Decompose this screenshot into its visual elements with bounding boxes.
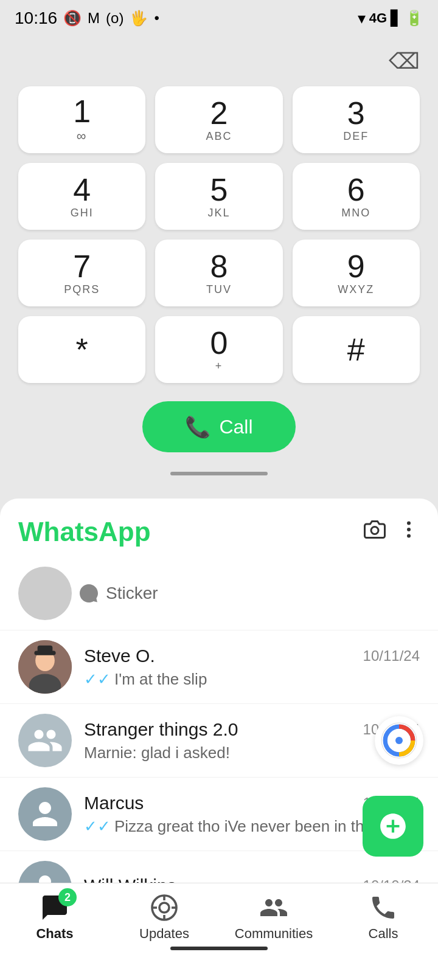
- dial-key-4[interactable]: 4 GHI: [18, 163, 145, 230]
- nav-item-calls[interactable]: Calls: [328, 893, 438, 942]
- person-avatar-icon-marcus: [27, 796, 63, 832]
- circle-color-icon: [381, 722, 417, 759]
- battery-icon: 🔋: [405, 10, 423, 27]
- group-avatar-icon: [27, 722, 63, 759]
- svg-rect-8: [38, 646, 53, 653]
- chats-nav-label: Chats: [36, 926, 73, 942]
- chat-name-stranger: Stranger things 2.0: [84, 719, 238, 740]
- chat-preview-steve: ✓✓ I'm at the slip: [84, 670, 420, 689]
- sticker-preview: Sticker: [78, 582, 158, 604]
- camera-button[interactable]: [364, 519, 386, 545]
- dial-key-star[interactable]: *: [18, 316, 145, 383]
- sticker-chat-item[interactable]: Sticker: [0, 557, 438, 630]
- chat-preview-text-marcus: Pizza great tho iVe never been in the: [114, 817, 373, 836]
- sticker-label: Sticker: [106, 584, 158, 603]
- svg-point-1: [407, 522, 411, 525]
- status-icons: ▾ 4G ▋ 🔋: [358, 9, 423, 28]
- status-time: 10:16 📵 M (o) 🖐 •: [15, 9, 159, 28]
- call-button[interactable]: 📞 Call: [142, 401, 295, 452]
- home-bar: [170, 947, 268, 950]
- hand-icon: 🖐: [130, 10, 148, 27]
- dial-key-5[interactable]: 5 JKL: [155, 163, 282, 230]
- communities-icon-wrap: [259, 893, 288, 922]
- nav-items: 2 Chats Updates: [0, 883, 438, 942]
- chat-preview-text-stranger: Marnie: glad i asked!: [84, 744, 230, 762]
- dial-key-1[interactable]: 1 ∞: [18, 86, 145, 153]
- nav-item-updates[interactable]: Updates: [109, 893, 219, 942]
- chat-list: Sticker Steve O. 10/11/24: [0, 557, 438, 924]
- whatsapp-section: WhatsApp Sticker: [0, 499, 438, 980]
- bottom-nav: 2 Chats Updates: [0, 883, 438, 980]
- calls-icon-wrap: [369, 893, 398, 922]
- wifi-icon: ▾: [358, 9, 366, 28]
- chat-name-row-stranger: Stranger things 2.0 10/10/24: [84, 719, 420, 740]
- new-chat-floating-button[interactable]: [363, 796, 423, 857]
- whatsapp-title: WhatsApp: [18, 517, 151, 547]
- dial-key-7[interactable]: 7 PQRS: [18, 240, 145, 306]
- chrome-app-icon: [375, 716, 423, 765]
- gmail-icon: M: [88, 10, 100, 27]
- chat-name-row-steve: Steve O. 10/11/24: [84, 646, 420, 666]
- double-check-icon-steve: ✓✓: [84, 670, 111, 689]
- sticker-avatar: [18, 567, 72, 620]
- menu-button[interactable]: [398, 519, 420, 545]
- home-indicator-dialpad: [0, 464, 438, 485]
- avatar-stranger: [18, 714, 72, 767]
- header-actions: [364, 519, 420, 545]
- calls-nav-label: Calls: [369, 926, 398, 942]
- dialpad-container: ⌫ 1 ∞ 2 ABC 3 DEF 4 GHI 5 JKL 6 MNO: [0, 36, 438, 464]
- home-indicator-bottom: [0, 942, 438, 950]
- chat-preview-text-steve: I'm at the slip: [114, 670, 207, 689]
- signal-bars-icon: ▋: [391, 10, 401, 27]
- nav-item-chats[interactable]: 2 Chats: [0, 893, 109, 942]
- communities-nav-label: Communities: [235, 926, 313, 942]
- dial-key-8[interactable]: 8 TUV: [155, 240, 282, 306]
- backspace-button[interactable]: ⌫: [389, 49, 420, 74]
- chat-item-stranger[interactable]: Stranger things 2.0 10/10/24 Marnie: gla…: [0, 704, 438, 778]
- more-vert-icon: [398, 519, 420, 540]
- chat-item-marcus[interactable]: Marcus 10/10/24 ✓✓ Pizza great tho iVe n…: [0, 778, 438, 851]
- chats-badge: 2: [58, 888, 77, 906]
- svg-point-3: [407, 534, 411, 538]
- steve-avatar-img: [18, 640, 72, 694]
- updates-nav-icon: [150, 893, 179, 922]
- call-label: Call: [219, 416, 252, 438]
- call-phone-icon: 📞: [185, 415, 210, 439]
- chat-name-marcus: Marcus: [84, 793, 144, 813]
- chats-icon-wrap: 2: [40, 893, 69, 922]
- svg-point-2: [407, 528, 411, 531]
- svg-point-14: [159, 903, 169, 913]
- dot-icon: •: [154, 10, 159, 27]
- updates-icon-wrap: [150, 893, 179, 922]
- chat-item-steve[interactable]: Steve O. 10/11/24 ✓✓ I'm at the slip: [0, 630, 438, 704]
- time-label: 10:16: [15, 9, 57, 28]
- dial-key-6[interactable]: 6 MNO: [293, 163, 420, 230]
- dial-key-hash[interactable]: #: [293, 316, 420, 383]
- new-chat-icon: [378, 811, 408, 841]
- dial-key-0[interactable]: 0 +: [155, 316, 282, 383]
- chat-preview-stranger: Marnie: glad i asked!: [84, 744, 420, 762]
- status-bar: 10:16 📵 M (o) 🖐 • ▾ 4G ▋ 🔋: [0, 0, 438, 36]
- whatsapp-header: WhatsApp: [0, 499, 438, 557]
- display-row: ⌫: [12, 43, 426, 86]
- chat-name-steve: Steve O.: [84, 646, 155, 666]
- chat-time-steve: 10/11/24: [363, 647, 420, 664]
- communities-nav-icon: [259, 893, 288, 922]
- nav-item-communities[interactable]: Communities: [219, 893, 328, 942]
- dialpad-grid: 1 ∞ 2 ABC 3 DEF 4 GHI 5 JKL 6 MNO 7 PQRS: [12, 86, 426, 383]
- avatar-marcus: [18, 787, 72, 841]
- updates-nav-label: Updates: [139, 926, 189, 942]
- svg-point-0: [371, 527, 378, 534]
- missed-call-icon: 📵: [63, 10, 82, 27]
- dial-key-3[interactable]: 3 DEF: [293, 86, 420, 153]
- chat-info-stranger: Stranger things 2.0 10/10/24 Marnie: gla…: [84, 719, 420, 762]
- dial-key-9[interactable]: 9 WXYZ: [293, 240, 420, 306]
- chat-info-steve: Steve O. 10/11/24 ✓✓ I'm at the slip: [84, 646, 420, 689]
- svg-point-12: [395, 737, 403, 744]
- signal-4g-icon: 4G: [369, 10, 387, 26]
- avatar-steve: [18, 640, 72, 694]
- ring-icon: (o): [106, 10, 123, 27]
- double-check-icon-marcus: ✓✓: [84, 817, 111, 836]
- calls-nav-icon: [369, 893, 398, 922]
- dial-key-2[interactable]: 2 ABC: [155, 86, 282, 153]
